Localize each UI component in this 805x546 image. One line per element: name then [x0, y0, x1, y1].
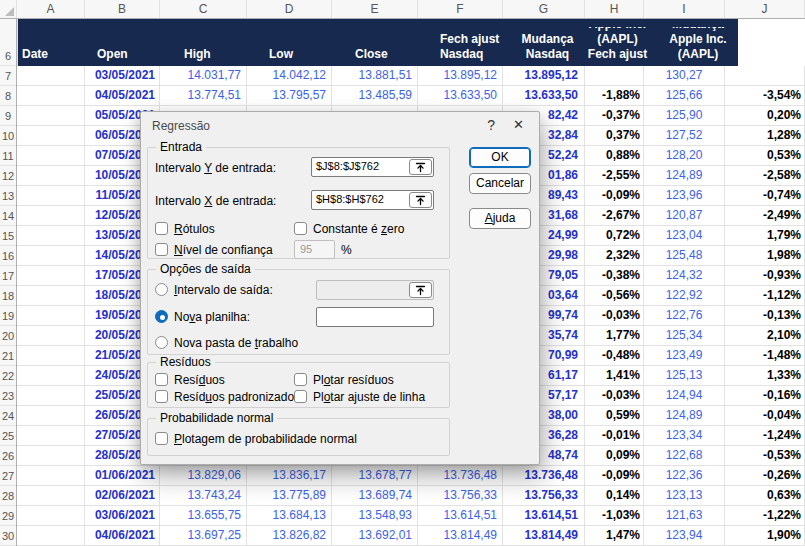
cell-G30[interactable]: 13.814,49 — [503, 526, 585, 546]
cell-I17[interactable]: 124,32 — [644, 266, 725, 286]
cell-I15[interactable]: 123,04 — [644, 226, 725, 246]
y-range-input[interactable]: $J$8:$J$762 — [311, 157, 434, 177]
ok-button[interactable]: OK — [469, 147, 531, 168]
dialog-help-icon[interactable]: ? — [487, 117, 495, 133]
cell-J30[interactable]: 1,90% — [725, 526, 805, 546]
cell-H17[interactable]: -0,38% — [585, 266, 644, 286]
cell-E27[interactable]: 13.678,77 — [332, 466, 418, 486]
cell-B8[interactable]: 04/05/2021 — [85, 86, 160, 106]
cell-J20[interactable]: 2,10% — [725, 326, 805, 346]
cell-H14[interactable]: -2,67% — [585, 206, 644, 226]
cell-J27[interactable]: -0,26% — [725, 466, 805, 486]
row-number-25[interactable]: 25 — [0, 426, 16, 446]
cell-I13[interactable]: 123,96 — [644, 186, 725, 206]
cell-A24[interactable] — [17, 406, 85, 426]
cell-G8[interactable]: 13.633,50 — [503, 86, 585, 106]
cell-E30[interactable]: 13.692,01 — [332, 526, 418, 546]
cell-C7[interactable]: 14.031,77 — [160, 66, 247, 86]
select-all-corner[interactable] — [0, 0, 17, 18]
cell-I14[interactable]: 120,87 — [644, 206, 725, 226]
x-range-input[interactable]: $H$8:$H$762 — [311, 190, 434, 210]
cell-A19[interactable] — [17, 306, 85, 326]
cell-J18[interactable]: -1,12% — [725, 286, 805, 306]
plotar-ajuste-checkbox[interactable] — [294, 390, 307, 403]
header-cell-F[interactable]: Close — [351, 19, 436, 66]
row-number-18[interactable]: 18 — [0, 286, 16, 306]
cell-H21[interactable]: -0,48% — [585, 346, 644, 366]
cell-J10[interactable]: 1,28% — [725, 126, 805, 146]
cell-H9[interactable]: -0,37% — [585, 106, 644, 126]
cell-E8[interactable]: 13.485,59 — [332, 86, 418, 106]
cell-C8[interactable]: 13.774,51 — [160, 86, 247, 106]
cell-F27[interactable]: 13.736,48 — [418, 466, 503, 486]
cell-A7[interactable] — [17, 66, 85, 86]
nivel-confianca-checkbox[interactable] — [155, 243, 168, 256]
plotar-ajuste-label[interactable]: Plotar ajuste de linha — [313, 390, 425, 404]
cell-I9[interactable]: 125,90 — [644, 106, 725, 126]
column-letter-B[interactable]: B — [85, 0, 160, 18]
header-cell-J[interactable]: MudançaApple Inc.(AAPL) — [658, 19, 738, 66]
row-number-8[interactable]: 8 — [0, 86, 16, 106]
intervalo-saida-collapse-button[interactable] — [409, 282, 432, 298]
plotar-residuos-label[interactable]: Plotar resíduos — [313, 373, 394, 387]
cell-F29[interactable]: 13.614,51 — [418, 506, 503, 526]
cell-H20[interactable]: 1,77% — [585, 326, 644, 346]
residuos-checkbox[interactable] — [155, 373, 168, 386]
cell-A16[interactable] — [17, 246, 85, 266]
header-cell-B[interactable]: Date — [18, 19, 93, 66]
cell-B28[interactable]: 02/06/2021 — [85, 486, 160, 506]
cell-A21[interactable] — [17, 346, 85, 366]
header-cell-E[interactable]: Low — [265, 19, 351, 66]
cell-I28[interactable]: 123,13 — [644, 486, 725, 506]
x-range-collapse-button[interactable] — [409, 192, 432, 208]
cell-A17[interactable] — [17, 266, 85, 286]
cell-H10[interactable]: 0,37% — [585, 126, 644, 146]
cell-A20[interactable] — [17, 326, 85, 346]
intervalo-saida-input[interactable] — [316, 280, 434, 300]
cell-A29[interactable] — [17, 506, 85, 526]
y-range-collapse-button[interactable] — [409, 159, 432, 175]
cell-H27[interactable]: -0,09% — [585, 466, 644, 486]
nova-planilha-label[interactable]: Nova planilha: — [174, 310, 250, 324]
cell-I18[interactable]: 122,92 — [644, 286, 725, 306]
column-letter-A[interactable]: A — [17, 0, 85, 18]
residuos-padronizados-checkbox[interactable] — [155, 390, 168, 403]
cell-C30[interactable]: 13.697,25 — [160, 526, 247, 546]
cell-H13[interactable]: -0,09% — [585, 186, 644, 206]
column-letter-H[interactable]: H — [585, 0, 644, 18]
cell-J21[interactable]: -1,48% — [725, 346, 805, 366]
cell-J9[interactable]: 0,20% — [725, 106, 805, 126]
rotulos-label[interactable]: Rótulos — [174, 222, 215, 236]
row-number-30[interactable]: 30 — [0, 526, 16, 546]
cell-I24[interactable]: 124,89 — [644, 406, 725, 426]
cell-B30[interactable]: 04/06/2021 — [85, 526, 160, 546]
cell-A27[interactable] — [17, 466, 85, 486]
nova-planilha-radio[interactable] — [155, 310, 168, 323]
row-number-9[interactable]: 9 — [0, 106, 16, 126]
dialog-close-icon[interactable]: ✕ — [513, 117, 524, 132]
cell-H28[interactable]: 0,14% — [585, 486, 644, 506]
cell-I30[interactable]: 123,94 — [644, 526, 725, 546]
cell-H16[interactable]: 2,32% — [585, 246, 644, 266]
row-number-10[interactable]: 10 — [0, 126, 16, 146]
intervalo-saida-radio[interactable] — [155, 283, 168, 296]
header-cell-C[interactable]: Open — [93, 19, 180, 66]
cell-H18[interactable]: -0,56% — [585, 286, 644, 306]
cancel-button[interactable]: Cancelar — [469, 173, 531, 194]
row-number-24[interactable]: 24 — [0, 406, 16, 426]
nova-pasta-radio[interactable] — [155, 336, 168, 349]
cell-A30[interactable] — [17, 526, 85, 546]
cell-A10[interactable] — [17, 126, 85, 146]
cell-E29[interactable]: 13.548,93 — [332, 506, 418, 526]
cell-I23[interactable]: 124,94 — [644, 386, 725, 406]
row-number-26[interactable]: 26 — [0, 446, 16, 466]
row-number-29[interactable]: 29 — [0, 506, 16, 526]
cell-A28[interactable] — [17, 486, 85, 506]
cell-D28[interactable]: 13.775,89 — [247, 486, 332, 506]
row-number-27[interactable]: 27 — [0, 466, 16, 486]
cell-I29[interactable]: 121,63 — [644, 506, 725, 526]
cell-I21[interactable]: 123,49 — [644, 346, 725, 366]
cell-B29[interactable]: 03/06/2021 — [85, 506, 160, 526]
column-letter-G[interactable]: G — [503, 0, 585, 18]
cell-H11[interactable]: 0,88% — [585, 146, 644, 166]
